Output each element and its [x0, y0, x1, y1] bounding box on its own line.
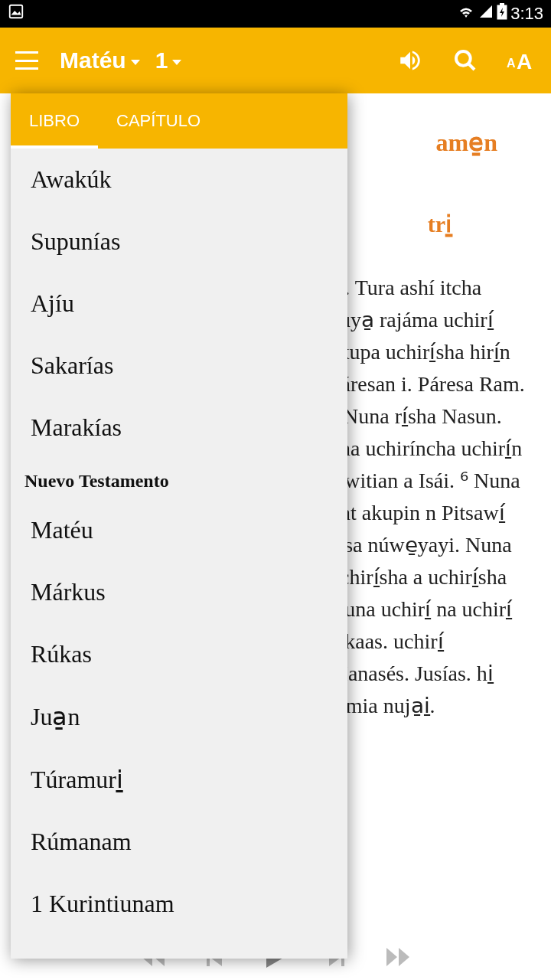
book-label: Matéu: [60, 47, 126, 74]
caret-down-icon: [131, 60, 140, 65]
list-item[interactable]: Supunías: [11, 211, 347, 273]
svg-marker-18: [399, 948, 409, 966]
caret-down-icon: [172, 60, 181, 65]
list-item[interactable]: Ajíu: [11, 273, 347, 335]
svg-text:A: A: [507, 57, 516, 70]
svg-rect-4: [500, 3, 504, 5]
section-header: Nuevo Testamento: [11, 459, 347, 499]
battery-icon: [497, 3, 507, 24]
svg-marker-2: [480, 5, 492, 18]
speaker-icon[interactable]: [395, 45, 425, 76]
list-item[interactable]: Márkus: [11, 561, 347, 623]
svg-marker-17: [386, 948, 397, 966]
svg-line-7: [468, 64, 474, 70]
list-item[interactable]: Awakúk: [11, 149, 347, 211]
list-item[interactable]: 1 Kurintiunam: [11, 873, 347, 935]
status-time: 3:13: [510, 4, 543, 24]
signal-icon: [478, 4, 494, 24]
book-list[interactable]: Awakúk Supunías Ajíu Sakarías Marakías N…: [11, 149, 347, 959]
chapter-label: 1: [155, 47, 168, 74]
list-item[interactable]: Matéu: [11, 499, 347, 561]
tab-capitulo[interactable]: CAPÍTULO: [98, 93, 219, 149]
status-bar: 3:13: [0, 0, 551, 28]
list-item[interactable]: Rúkas: [11, 623, 347, 685]
svg-text:A: A: [517, 50, 532, 72]
wifi-icon: [457, 4, 475, 24]
svg-rect-0: [10, 5, 23, 18]
tab-capitulo-label: CAPÍTULO: [116, 111, 201, 131]
tab-libro[interactable]: LIBRO: [11, 93, 98, 149]
svg-point-6: [456, 51, 471, 66]
tab-libro-label: LIBRO: [29, 111, 80, 131]
search-icon[interactable]: [450, 45, 481, 76]
svg-marker-1: [11, 11, 21, 15]
list-item[interactable]: Rúmanam: [11, 811, 347, 873]
list-item[interactable]: Sakarías: [11, 335, 347, 397]
toolbar: Matéu 1 AA: [0, 28, 551, 93]
image-icon: [8, 3, 24, 24]
book-selector[interactable]: Matéu: [60, 47, 140, 74]
menu-icon[interactable]: [15, 51, 38, 70]
list-item[interactable]: Jua̱n: [11, 685, 347, 748]
skip-forward-icon[interactable]: [383, 942, 413, 972]
chapter-selector[interactable]: 1: [155, 47, 182, 74]
book-dropdown: LIBRO CAPÍTULO Awakúk Supunías Ajíu Saka…: [11, 93, 347, 959]
text-size-icon[interactable]: AA: [505, 45, 536, 76]
tabs: LIBRO CAPÍTULO: [11, 93, 347, 149]
list-item[interactable]: Túramuri̱: [11, 748, 347, 811]
list-item[interactable]: Marakías: [11, 397, 347, 459]
